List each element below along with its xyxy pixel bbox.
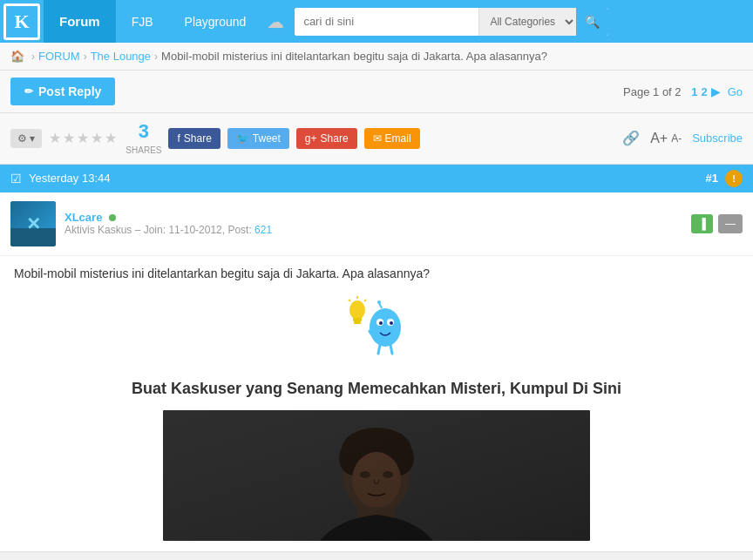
shares-number: 3 bbox=[126, 120, 161, 143]
link-icon[interactable]: 🔗 bbox=[622, 130, 640, 146]
post-image-svg bbox=[163, 410, 590, 541]
post-user-bar: ✕ XLcare Aktivis Kaskus – Join: 11-10-20… bbox=[0, 192, 753, 256]
twitter-share-label: Tweet bbox=[253, 132, 281, 145]
pagination: Page 1 of 2 1 2 ▶ Go bbox=[623, 84, 743, 98]
user-meta-text: Aktivis Kaskus – Join: 11-10-2012, Post: bbox=[64, 224, 254, 236]
page-1-link[interactable]: 1 bbox=[691, 85, 697, 98]
gear-icon: ⚙ bbox=[17, 132, 27, 145]
go-button[interactable]: Go bbox=[728, 85, 743, 98]
stars-rating[interactable]: ★★★★★ bbox=[49, 130, 119, 146]
svg-line-5 bbox=[364, 300, 366, 301]
search-box: All Categories 🔍 bbox=[295, 8, 608, 36]
username-line: XLcare bbox=[64, 211, 272, 224]
logo[interactable]: K bbox=[3, 3, 40, 40]
right-actions: 🔗 A+ A- Subscribe bbox=[622, 130, 743, 146]
post-bold-heading: Buat Kaskuser yang Senang Memecahkan Mis… bbox=[14, 380, 739, 398]
gplus-icon: g+ bbox=[305, 132, 317, 145]
post-content: Mobil-mobil misterius ini ditelantarkan … bbox=[0, 256, 753, 551]
username[interactable]: XLcare bbox=[64, 211, 102, 224]
top-nav: K Forum FJB Playground ☁ All Categories … bbox=[0, 0, 753, 43]
search-input[interactable] bbox=[295, 8, 478, 36]
home-icon[interactable]: 🏠 bbox=[10, 50, 24, 63]
svg-point-12 bbox=[377, 300, 381, 304]
post-header: ☑ Yesterday 13:44 #1 ! bbox=[0, 165, 753, 192]
gplus-share-button[interactable]: g+ Share bbox=[296, 128, 357, 149]
pencil-icon: ✏ bbox=[24, 85, 33, 98]
svg-line-4 bbox=[349, 300, 350, 301]
facebook-share-button[interactable]: f Share bbox=[168, 128, 220, 149]
svg-point-10 bbox=[390, 321, 393, 325]
email-share-button[interactable]: ✉ Email bbox=[364, 128, 420, 149]
gear-dropdown-icon: ▾ bbox=[30, 132, 35, 145]
facebook-icon: f bbox=[177, 132, 180, 145]
report-button[interactable]: ! bbox=[725, 170, 743, 187]
twitter-icon: 🐦 bbox=[236, 132, 249, 145]
font-controls: A+ A- bbox=[650, 131, 682, 146]
thinking-emoji bbox=[14, 291, 739, 371]
gplus-share-label: Share bbox=[321, 132, 349, 145]
search-button[interactable]: 🔍 bbox=[576, 8, 608, 36]
breadcrumb-sep-3: › bbox=[154, 51, 158, 63]
breadcrumb-title: Mobil-mobil misterius ini ditelantarkan … bbox=[161, 50, 547, 63]
font-plus-button[interactable]: A+ bbox=[650, 131, 668, 146]
user-meta-line: Aktivis Kaskus – Join: 11-10-2012, Post:… bbox=[64, 224, 272, 236]
nav-playground[interactable]: Playground bbox=[169, 0, 262, 43]
post-image bbox=[163, 410, 590, 541]
logo-letter: K bbox=[14, 10, 29, 33]
next-page-arrow[interactable]: ▶ bbox=[711, 84, 721, 98]
post-container: ☑ Yesterday 13:44 #1 ! ✕ XLcare Aktivis bbox=[0, 165, 753, 552]
thinking-svg bbox=[342, 291, 411, 361]
svg-line-14 bbox=[390, 345, 392, 354]
page-2-link[interactable]: 2 bbox=[701, 85, 707, 98]
font-minus-button[interactable]: A- bbox=[671, 132, 682, 145]
svg-rect-2 bbox=[354, 321, 361, 324]
breadcrumb-sep-1: › bbox=[31, 51, 35, 63]
post-title-text: Mobil-mobil misterius ini ditelantarkan … bbox=[14, 267, 739, 280]
twitter-share-button[interactable]: 🐦 Tweet bbox=[227, 128, 289, 149]
subscribe-button[interactable]: Subscribe bbox=[692, 132, 743, 145]
post-reply-label: Post Reply bbox=[38, 84, 101, 98]
stars-display: ★★★★★ bbox=[49, 131, 119, 145]
breadcrumb-lounge[interactable]: The Lounge bbox=[91, 50, 151, 63]
user-info: XLcare Aktivis Kaskus – Join: 11-10-2012… bbox=[64, 211, 272, 236]
action-report-button[interactable]: — bbox=[718, 214, 743, 233]
post-header-right: #1 ! bbox=[706, 170, 743, 187]
svg-line-13 bbox=[378, 345, 380, 354]
shares-label: SHARES bbox=[126, 145, 161, 155]
svg-point-0 bbox=[349, 300, 365, 320]
cloud-icon: ☁ bbox=[261, 11, 289, 32]
breadcrumb: 🏠 › FORUM › The Lounge › Mobil-mobil mis… bbox=[0, 43, 753, 71]
share-bar: ⚙ ▾ ★★★★★ 3 SHARES f Share 🐦 Tweet g+ Sh… bbox=[0, 113, 753, 165]
svg-rect-25 bbox=[163, 410, 590, 541]
categories-select[interactable]: All Categories bbox=[478, 8, 576, 36]
post-number: #1 bbox=[706, 172, 718, 185]
post-actions-right: ▐ — bbox=[691, 214, 743, 233]
post-checkbox-icon[interactable]: ☑ bbox=[10, 172, 22, 186]
svg-point-9 bbox=[379, 321, 383, 325]
post-reply-button[interactable]: ✏ Post Reply bbox=[10, 78, 115, 105]
pagination-text: Page 1 of 2 bbox=[623, 85, 682, 98]
svg-rect-1 bbox=[353, 318, 362, 321]
shares-count-box: 3 SHARES bbox=[126, 120, 161, 157]
action-quote-button[interactable]: ▐ bbox=[691, 214, 713, 233]
online-dot bbox=[109, 214, 116, 221]
nav-forum[interactable]: Forum bbox=[44, 0, 116, 43]
post-time: Yesterday 13:44 bbox=[29, 172, 110, 185]
post-count: 621 bbox=[254, 224, 272, 236]
post-header-left: ☑ Yesterday 13:44 bbox=[10, 172, 110, 186]
svg-point-6 bbox=[370, 308, 401, 347]
avatar: ✕ bbox=[10, 201, 56, 246]
breadcrumb-forum[interactable]: FORUM bbox=[38, 50, 80, 63]
gear-button[interactable]: ⚙ ▾ bbox=[10, 129, 42, 148]
breadcrumb-sep-2: › bbox=[84, 51, 87, 63]
nav-fjb[interactable]: FJB bbox=[116, 0, 169, 43]
email-share-label: Email bbox=[385, 132, 411, 145]
email-icon: ✉ bbox=[373, 132, 382, 145]
facebook-share-label: Share bbox=[184, 132, 212, 145]
fjb-label: FJB bbox=[132, 15, 153, 29]
post-body: ✕ XLcare Aktivis Kaskus – Join: 11-10-20… bbox=[0, 192, 753, 552]
toolbar: ✏ Post Reply Page 1 of 2 1 2 ▶ Go bbox=[0, 71, 753, 113]
forum-label: Forum bbox=[59, 14, 100, 29]
playground-label: Playground bbox=[185, 15, 247, 29]
